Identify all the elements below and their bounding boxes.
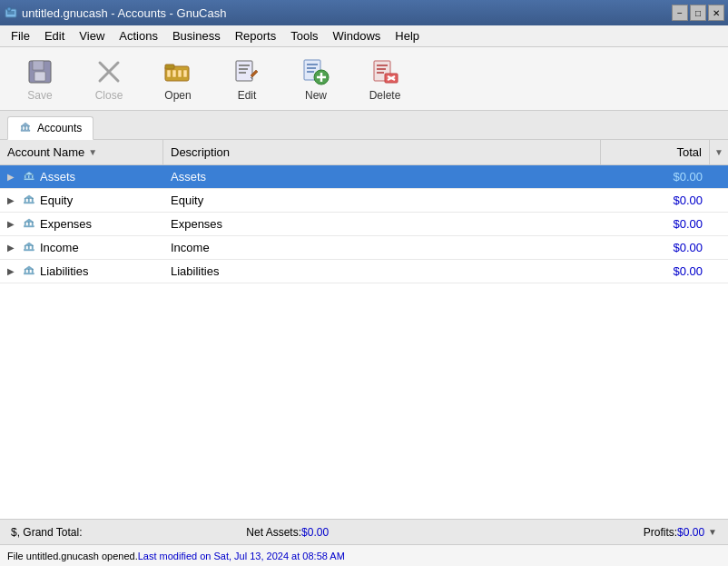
col-header-description: Description	[163, 140, 601, 164]
open-toolbar-button[interactable]: Open	[145, 52, 211, 106]
row-account-name-expenses: ▶ Expenses	[0, 213, 163, 235]
expand-arrow-liabilities[interactable]: ▶	[7, 266, 18, 276]
svg-rect-30	[377, 72, 384, 74]
main-content: Account Name ▼ Description Total ▼ ▶	[0, 140, 728, 519]
account-row-income[interactable]: ▶ Income Income $0.00	[0, 236, 728, 260]
net-assets-value: $0.00	[301, 526, 329, 539]
row-description-assets: Assets	[163, 165, 601, 188]
open-label: Open	[164, 89, 191, 102]
svg-marker-54	[25, 243, 34, 246]
tab-accounts[interactable]: Accounts	[7, 116, 93, 140]
svg-rect-38	[21, 130, 30, 132]
row-name-expenses: Expenses	[40, 217, 92, 231]
title-bar-left: untitled.gnucash - Accounts - GnuCash	[4, 5, 226, 20]
expand-arrow-income[interactable]: ▶	[7, 243, 18, 253]
window-controls: − □ ✕	[672, 5, 724, 21]
menu-item-windows[interactable]: Windows	[326, 26, 389, 46]
svg-rect-40	[25, 174, 26, 178]
menu-item-help[interactable]: Help	[388, 26, 427, 46]
net-assets-label: Net Assets:	[246, 526, 301, 539]
expand-arrow-expenses[interactable]: ▶	[7, 219, 18, 229]
expand-arrow-assets[interactable]: ▶	[7, 172, 18, 182]
svg-rect-5	[33, 61, 44, 70]
row-description-expenses: Expenses	[163, 213, 601, 235]
new-toolbar-button[interactable]: New	[283, 52, 349, 106]
footer-bar: File untitled.gnucash opened. Last modif…	[0, 544, 728, 566]
row-description-income: Income	[163, 236, 601, 259]
row-name-income: Income	[40, 241, 79, 254]
svg-rect-51	[28, 222, 30, 225]
svg-marker-34	[21, 123, 30, 126]
profits-value: $0.00	[677, 526, 704, 539]
svg-marker-49	[25, 219, 34, 223]
svg-rect-52	[32, 222, 34, 225]
tab-label: Accounts	[37, 122, 82, 134]
row-total-liabilities: $0.00	[601, 260, 710, 283]
col-header-total: Total	[601, 140, 710, 164]
svg-rect-21	[307, 64, 318, 65]
row-account-name-equity: ▶ Equity	[0, 189, 163, 212]
svg-marker-39	[25, 172, 34, 175]
delete-icon	[369, 56, 401, 87]
svg-rect-50	[25, 222, 26, 225]
row-total-assets: $0.00	[601, 165, 710, 188]
expand-arrow-equity[interactable]: ▶	[7, 195, 18, 205]
svg-rect-60	[25, 269, 26, 273]
minimize-button[interactable]: −	[672, 5, 688, 21]
row-amount-assets: $0.00	[673, 170, 703, 184]
edit-icon	[231, 56, 263, 87]
maximize-button[interactable]: □	[690, 5, 706, 21]
svg-rect-42	[32, 174, 34, 178]
col-total-label: Total	[677, 145, 702, 159]
table-body: ▶ Assets Assets $0.00	[0, 165, 728, 519]
account-row-liabilities[interactable]: ▶ Liabilities Liabilities $0.00	[0, 260, 728, 283]
svg-rect-43	[25, 178, 34, 180]
svg-rect-14	[183, 70, 187, 77]
col-header-extra[interactable]: ▼	[710, 140, 728, 164]
menu-item-actions[interactable]: Actions	[112, 26, 165, 46]
status-dropdown-icon[interactable]: ▼	[708, 527, 717, 537]
menu-item-edit[interactable]: Edit	[37, 26, 72, 46]
menu-item-view[interactable]: View	[72, 26, 112, 46]
svg-rect-56	[28, 245, 30, 249]
profits-section: Profits: $0.00 ▼	[482, 526, 717, 539]
menu-item-reports[interactable]: Reports	[228, 26, 284, 46]
menu-bar: FileEditViewActionsBusinessReportsToolsW…	[0, 25, 728, 47]
account-row-expenses[interactable]: ▶ Expenses Expenses $0.00	[0, 213, 728, 236]
edit-label: Edit	[238, 89, 257, 102]
row-amount-equity: $0.00	[673, 194, 703, 207]
account-row-assets[interactable]: ▶ Assets Assets $0.00	[0, 165, 728, 189]
row-name-equity: Equity	[40, 194, 73, 207]
edit-toolbar-button[interactable]: Edit	[214, 52, 280, 106]
extra-dropdown-icon: ▼	[714, 147, 723, 157]
col-header-account-name[interactable]: Account Name ▼	[0, 140, 163, 164]
delete-toolbar-button[interactable]: Delete	[352, 52, 418, 106]
svg-marker-44	[25, 195, 34, 199]
row-amount-liabilities: $0.00	[673, 264, 703, 278]
account-row-equity[interactable]: ▶ Equity Equity $0.00	[0, 189, 728, 213]
menu-item-business[interactable]: Business	[165, 26, 228, 46]
svg-rect-57	[32, 245, 34, 249]
col-description-label: Description	[171, 145, 230, 159]
svg-rect-28	[377, 65, 388, 66]
row-name-assets: Assets	[40, 170, 75, 184]
close-button[interactable]: ✕	[708, 5, 724, 21]
close-icon	[93, 56, 125, 87]
svg-rect-45	[25, 198, 26, 202]
tab-bar: Accounts	[0, 111, 728, 140]
svg-rect-63	[25, 273, 34, 274]
title-bar: untitled.gnucash - Accounts - GnuCash − …	[0, 0, 728, 25]
new-label: New	[305, 89, 327, 102]
svg-rect-47	[32, 198, 34, 202]
svg-rect-1	[7, 7, 11, 11]
svg-rect-41	[28, 174, 30, 178]
close-toolbar-button: Close	[76, 52, 142, 106]
svg-rect-55	[25, 245, 26, 249]
menu-item-tools[interactable]: Tools	[283, 26, 325, 46]
menu-item-file[interactable]: File	[4, 26, 37, 46]
account-icon-equity	[22, 194, 36, 208]
svg-rect-48	[25, 202, 34, 204]
svg-rect-36	[25, 126, 26, 130]
delete-label: Delete	[369, 89, 401, 102]
svg-rect-18	[239, 72, 246, 74]
